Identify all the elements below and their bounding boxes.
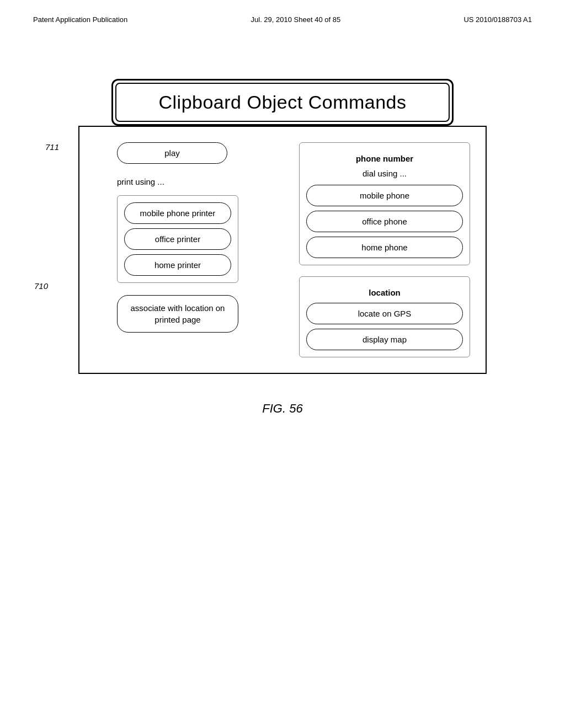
figure-label: FIG. 56 bbox=[262, 402, 302, 416]
location-section-label: location bbox=[306, 288, 463, 297]
play-row: play bbox=[117, 142, 288, 164]
phone-section-label: phone number bbox=[306, 154, 463, 163]
associate-button[interactable]: associate with location onprinted page bbox=[117, 295, 238, 333]
main-content-box: 711 710 play print using ... mobile phon… bbox=[78, 126, 487, 374]
left-column: play print using ... mobile phone printe… bbox=[95, 142, 288, 357]
header-left: Patent Application Publication bbox=[33, 15, 127, 24]
header-right: US 2010/0188703 A1 bbox=[463, 15, 532, 24]
print-label: print using ... bbox=[117, 177, 227, 186]
page-header: Patent Application Publication Jul. 29, … bbox=[0, 0, 565, 24]
header-middle: Jul. 29, 2010 Sheet 40 of 85 bbox=[251, 15, 341, 24]
phone-section-box: phone number dial using ... mobile phone… bbox=[299, 142, 470, 265]
ref-711: 711 bbox=[45, 142, 59, 152]
mobile-phone-button[interactable]: mobile phone bbox=[306, 185, 463, 206]
home-phone-button[interactable]: home phone bbox=[306, 237, 463, 258]
office-printer-button[interactable]: office printer bbox=[124, 228, 231, 250]
title-box-inner: Clipboard Object Commands bbox=[115, 83, 450, 122]
mobile-phone-printer-button[interactable]: mobile phone printer bbox=[124, 202, 231, 224]
right-column: phone number dial using ... mobile phone… bbox=[299, 142, 470, 357]
display-map-button[interactable]: display map bbox=[306, 329, 463, 350]
diagram-title: Clipboard Object Commands bbox=[158, 92, 406, 113]
home-printer-button[interactable]: home printer bbox=[124, 254, 231, 276]
play-button[interactable]: play bbox=[117, 142, 227, 164]
title-box-outer: Clipboard Object Commands bbox=[111, 79, 454, 126]
print-sub-box: mobile phone printer office printer home… bbox=[117, 195, 238, 283]
phone-sublabel: dial using ... bbox=[306, 169, 463, 178]
diagram-area: Clipboard Object Commands 711 710 play p… bbox=[0, 79, 565, 416]
location-section-box: location locate on GPS display map bbox=[299, 276, 470, 357]
locate-gps-button[interactable]: locate on GPS bbox=[306, 303, 463, 324]
ref-710: 710 bbox=[34, 281, 48, 291]
office-phone-button[interactable]: office phone bbox=[306, 211, 463, 232]
